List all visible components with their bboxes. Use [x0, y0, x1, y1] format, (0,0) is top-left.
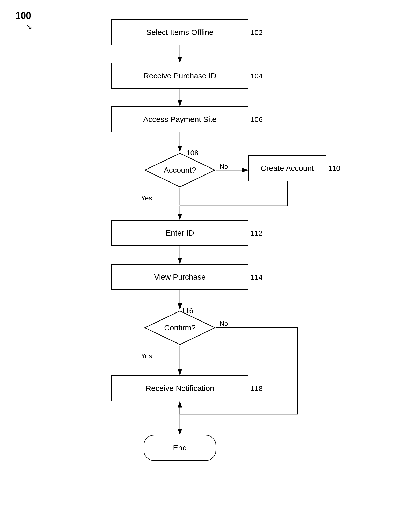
branch-no-account: No	[219, 163, 228, 171]
node-enter-id: Enter ID	[111, 220, 248, 246]
node-confirm-decision: Confirm?	[144, 310, 216, 346]
label-108: 108	[186, 149, 199, 157]
node-select-items: Select Items Offline	[111, 19, 248, 45]
diagram-arrow: ↘	[26, 22, 32, 31]
node-end: End	[144, 435, 216, 461]
label-116: 116	[181, 307, 193, 315]
branch-no-confirm: No	[219, 320, 228, 328]
label-110: 110	[328, 164, 340, 173]
label-112: 112	[251, 229, 263, 237]
node-account-decision: Account?	[144, 152, 216, 188]
node-receive-notification: Receive Notification	[111, 375, 248, 401]
flowchart-diagram: 100 ↘ Select Items Offline 102 Receive P…	[0, 0, 411, 532]
label-104: 104	[251, 72, 263, 80]
node-view-purchase: View Purchase	[111, 264, 248, 290]
label-106: 106	[251, 115, 263, 124]
branch-yes-account: Yes	[141, 194, 152, 202]
diagram-id: 100	[16, 10, 31, 21]
label-102: 102	[251, 28, 263, 37]
node-access-payment: Access Payment Site	[111, 106, 248, 132]
label-114: 114	[251, 273, 263, 281]
node-create-account: Create Account	[248, 155, 326, 181]
branch-yes-confirm: Yes	[141, 352, 152, 360]
label-118: 118	[251, 384, 263, 393]
node-receive-purchase: Receive Purchase ID	[111, 63, 248, 89]
